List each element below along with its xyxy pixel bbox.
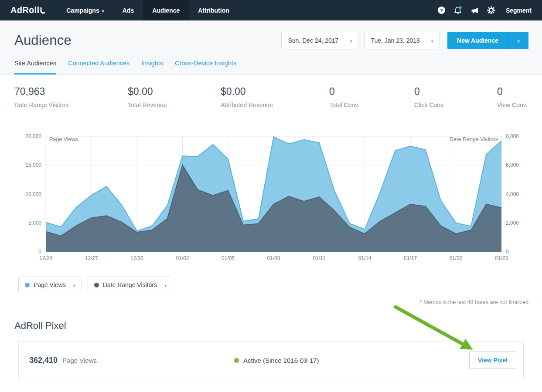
adroll-logo[interactable]: AdRoll <box>0 0 57 20</box>
traffic-chart: 12/2412/2712/3001/0201/0501/0801/1101/14… <box>0 131 542 265</box>
caret-down-icon <box>350 37 352 44</box>
navbar-right-group: ? Segment <box>433 0 542 20</box>
svg-text:5,000: 5,000 <box>28 220 41 226</box>
svg-text:?: ? <box>440 8 443 13</box>
adroll-pixel-card: 362,410 Page Views Active (Since 2016-03… <box>18 341 524 379</box>
pixel-status-text: Active (Since 2016-03-17) <box>243 357 319 364</box>
pixel-status: Active (Since 2016-03-17) <box>234 357 469 364</box>
status-dot-icon <box>234 358 239 363</box>
tab-connected-audiences[interactable]: Connected Audiences <box>68 60 130 74</box>
stat-view-conv: 0 View Conv. <box>497 86 528 108</box>
svg-text:Date Range Visitors: Date Range Visitors <box>450 136 498 142</box>
svg-text:01/23: 01/23 <box>495 255 508 261</box>
svg-text:12/24: 12/24 <box>39 255 52 261</box>
legend-page-views-dropdown[interactable]: Page Views <box>18 277 82 293</box>
stat-click-conv: 0 Click Conv. <box>414 86 497 108</box>
svg-text:12/27: 12/27 <box>85 255 98 261</box>
svg-text:0: 0 <box>38 249 41 255</box>
svg-text:20,000: 20,000 <box>25 133 41 139</box>
svg-text:10,000: 10,000 <box>25 191 41 197</box>
svg-text:01/08: 01/08 <box>267 255 280 261</box>
stat-attributed-revenue: $0.00 Attributed Revenue <box>221 86 329 108</box>
date-end-dropdown[interactable]: Tue, Jan 23, 2018 <box>364 32 440 49</box>
svg-text:6,000: 6,000 <box>506 162 519 168</box>
nav-item-campaigns[interactable]: Campaigns <box>57 0 113 20</box>
chart-legend: Page Views Date Range Visitors <box>0 277 542 293</box>
svg-text:15,000: 15,000 <box>25 162 41 168</box>
adroll-logo-swoosh <box>40 7 45 15</box>
pixel-page-views-label: Page Views <box>62 357 97 364</box>
top-navbar: AdRoll Campaigns Ads Audience Attributio… <box>0 0 542 20</box>
caret-down-icon <box>164 281 167 288</box>
bell-icon[interactable] <box>450 0 467 20</box>
svg-text:01/11: 01/11 <box>313 255 325 261</box>
svg-text:8,000: 8,000 <box>506 133 519 139</box>
stat-total-revenue: $0.00 Total Revenue <box>128 86 221 108</box>
tab-insights[interactable]: Insights <box>141 60 163 74</box>
segment-menu[interactable]: Segment <box>500 7 542 14</box>
adroll-pixel-title: AdRoll Pixel <box>14 320 542 331</box>
svg-text:01/17: 01/17 <box>404 255 417 261</box>
caret-down-icon <box>431 37 433 44</box>
pixel-page-views-value: 362,410 <box>29 356 58 365</box>
traffic-chart-area: 12/2412/2712/3001/0201/0501/0801/1101/14… <box>0 131 542 265</box>
date-start-dropdown[interactable]: Sun, Dec 24, 2017 <box>281 32 358 49</box>
stats-summary-row: 70,963 Date Range Visitors $0.00 Total R… <box>0 75 542 108</box>
new-audience-caret-button[interactable] <box>508 32 528 49</box>
caret-down-icon <box>73 281 75 288</box>
legend-date-range-visitors-dropdown[interactable]: Date Range Visitors <box>88 277 173 293</box>
svg-text:01/02: 01/02 <box>176 255 189 261</box>
stat-total-conv: 0 Total Conv. <box>329 86 414 108</box>
svg-text:2,000: 2,000 <box>506 220 519 226</box>
svg-text:01/20: 01/20 <box>449 255 462 261</box>
view-pixel-button[interactable]: View Pixel <box>469 351 516 369</box>
nav-item-attribution[interactable]: Attribution <box>189 0 239 20</box>
metrics-footnote: * Metrics in the last 48 hours are not f… <box>0 299 542 305</box>
gear-icon[interactable] <box>483 0 500 20</box>
page-title: Audience <box>14 33 72 48</box>
caret-down-icon <box>517 37 519 44</box>
nav-item-audience[interactable]: Audience <box>143 0 189 20</box>
svg-text:4,000: 4,000 <box>506 191 519 197</box>
date-range-visitors-dot-icon <box>94 283 99 287</box>
tab-cross-device-insights[interactable]: Cross-Device Insights <box>175 60 236 74</box>
caret-down-icon <box>102 7 104 14</box>
adroll-logo-text: AdRoll <box>10 5 39 15</box>
nav-item-ads[interactable]: Ads <box>113 0 143 20</box>
new-audience-button[interactable]: New Audience <box>447 32 508 49</box>
svg-text:01/14: 01/14 <box>358 255 371 261</box>
page-header: Audience Sun, Dec 24, 2017 Tue, Jan 23, … <box>0 20 542 75</box>
svg-text:Page Views: Page Views <box>49 136 78 142</box>
svg-text:12/30: 12/30 <box>130 255 143 261</box>
audience-tabs: Site Audiences Connected Audiences Insig… <box>14 60 528 74</box>
svg-text:0: 0 <box>506 249 509 255</box>
help-icon[interactable]: ? <box>433 0 450 20</box>
megaphone-icon[interactable] <box>467 0 483 20</box>
tab-site-audiences[interactable]: Site Audiences <box>14 60 56 74</box>
stat-date-range-visitors: 70,963 Date Range Visitors <box>14 86 128 108</box>
svg-text:01/05: 01/05 <box>222 255 235 261</box>
new-audience-split-button: New Audience <box>447 32 528 49</box>
page-views-dot-icon <box>25 283 30 287</box>
